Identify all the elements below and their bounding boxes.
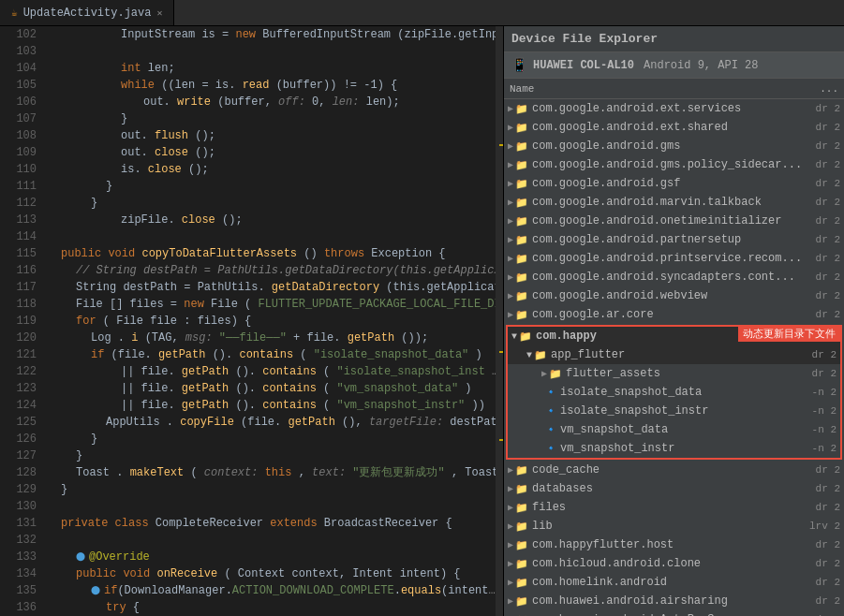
arrow-icon: ▶ <box>508 103 513 114</box>
folder-icon: 📁 <box>515 290 528 302</box>
arrow-icon: ▶ <box>508 464 513 476</box>
file-icon: 🔹 <box>545 405 556 417</box>
list-item[interactable]: ▶ 📁 com.hicloud.android.clone dr 2 <box>504 554 844 573</box>
tab-label: UpdateActivity.java <box>23 7 152 20</box>
arrow-icon: ▶ <box>508 140 513 152</box>
scroll-mark-3 <box>499 439 503 441</box>
folder-icon: 📁 <box>549 368 562 380</box>
file-icon: 🔹 <box>545 424 556 435</box>
code-line-122: 122 || file. getPath (). contains ( "iso… <box>4 363 496 380</box>
file-isolate-snapshot-instr[interactable]: 🔹 isolate_snapshot_instr -n 2 <box>508 402 840 420</box>
folder-icon: 📁 <box>515 197 528 209</box>
file-vm-snapshot-instr[interactable]: 🔹 vm_snapshot_instr -n 2 <box>508 439 840 458</box>
list-item[interactable]: ▶ 📁 lib lrv 2 <box>504 517 844 535</box>
arrow-icon: ▶ <box>508 309 513 320</box>
folder-icon: 📁 <box>515 178 528 190</box>
code-line-106: 106 out. write (buffer, off: 0, len: len… <box>4 94 496 110</box>
code-line-103: 103 <box>4 43 496 60</box>
device-name: HUAWEI COL-AL10 <box>533 59 634 72</box>
arrow-icon: ▶ <box>508 290 513 301</box>
col-name: Name <box>510 83 534 95</box>
code-line-129: 129 } <box>4 481 496 498</box>
col-more[interactable]: ... <box>820 83 838 95</box>
code-line-116: 116 // String destPath = PathUtils.getDa… <box>4 262 496 279</box>
list-item[interactable]: ▶ 📁 com.google.android.ext.shared dr 2 <box>504 118 844 137</box>
code-line-126: 126 } <box>4 431 496 447</box>
code-content: 102 InputStream is = new BufferedInputSt… <box>0 26 496 616</box>
list-item[interactable]: ▶ 📁 com.huawei.android.AutoRegSms dr 2 <box>504 610 844 616</box>
list-item[interactable]: ▶ 📁 com.google.android.gsf dr 2 <box>504 174 844 193</box>
code-line-105: 105 while ((len = is. read (buffer)) != … <box>4 77 496 94</box>
code-line-104: 104 int len; <box>4 60 496 77</box>
highlight-region: 动态更新目录下文件 ▼ 📁 com.happy dr 2 ▼ 📁 app_flu… <box>506 325 842 460</box>
code-line-108: 108 out. flush (); <box>4 127 496 144</box>
code-line-125: 125 AppUtils . copyFile (file. getPath (… <box>4 414 496 431</box>
code-line-115: 115 public void copyToDataFlutterAssets … <box>4 245 496 262</box>
list-item[interactable]: ▶ 📁 databases dr 2 <box>504 479 844 498</box>
list-item[interactable]: ▶ 📁 com.huawei.android.airsharing dr 2 <box>504 592 844 610</box>
code-line-124: 124 || file. getPath (). contains ( "vm_… <box>4 397 496 414</box>
folder-icon: 📁 <box>515 159 528 171</box>
code-line-117: 117 String destPath = PathUtils. getData… <box>4 279 496 296</box>
arrow-icon: ▶ <box>508 159 513 170</box>
main-area: 102 InputStream is = new BufferedInputSt… <box>0 26 844 616</box>
folder-icon: 📁 <box>515 234 528 246</box>
list-item[interactable]: ▶ 📁 code_cache dr 2 <box>504 461 844 479</box>
folder-icon: 📁 <box>515 122 528 134</box>
file-explorer-panel: Device File Explorer 📱 HUAWEI COL-AL10 A… <box>503 26 844 616</box>
folder-icon: 📁 <box>534 349 547 361</box>
file-icon: 🔹 <box>545 387 556 398</box>
code-line-109: 109 out. close (); <box>4 144 496 161</box>
arrow-icon: ▶ <box>508 178 513 189</box>
list-item[interactable]: ▶ 📁 com.google.android.printservice.reco… <box>504 249 844 268</box>
folder-icon: 📁 <box>515 253 528 265</box>
file-explorer-header: Device File Explorer <box>504 26 844 52</box>
list-item[interactable]: ▶ 📁 com.google.android.gms dr 2 <box>504 137 844 155</box>
code-line-121: 121 if (file. getPath (). contains ( "is… <box>4 346 496 363</box>
code-line-133: 133 ⬤ @Override <box>4 549 496 565</box>
code-line-135: 135 ⬤ if ( DownloadManager . ACTION_DOWN… <box>4 582 496 599</box>
arrow-icon: ▶ <box>508 234 513 245</box>
code-area: 102 InputStream is = new BufferedInputSt… <box>0 26 503 616</box>
list-item[interactable]: ▶ 📁 com.happyflutter.host dr 2 <box>504 535 844 554</box>
code-line-119: 119 for ( File file : files) { <box>4 313 496 330</box>
list-item[interactable]: ▶ 📁 com.google.ar.core dr 2 <box>504 305 844 324</box>
arrow-icon: ▶ <box>508 502 513 513</box>
folder-icon: 📁 <box>515 103 528 115</box>
file-isolate-snapshot-data[interactable]: 🔹 isolate_snapshot_data -n 2 <box>508 383 840 402</box>
list-item[interactable]: ▶ 📁 com.google.android.ext.services dr 2 <box>504 99 844 118</box>
folder-icon: 📁 <box>515 595 528 608</box>
code-line-132: 132 <box>4 532 496 549</box>
arrow-icon: ▶ <box>508 215 513 227</box>
list-item[interactable]: ▶ 📁 com.google.android.syncadapters.cont… <box>504 268 844 286</box>
tab-close-button[interactable]: ✕ <box>156 7 162 19</box>
folder-icon: 📁 <box>515 215 528 227</box>
scroll-mark-1 <box>499 144 503 146</box>
folder-icon: 📁 <box>515 309 528 321</box>
file-tree[interactable]: ▶ 📁 com.google.android.ext.services dr 2… <box>504 99 844 616</box>
list-item[interactable]: ▶ 📁 com.google.android.webview dr 2 <box>504 286 844 305</box>
list-item[interactable]: ▶ 📁 com.homelink.android dr 2 <box>504 573 844 592</box>
folder-icon: 📁 <box>515 577 528 589</box>
list-item[interactable]: ▶ 📁 com.google.android.gms.policy_sideca… <box>504 155 844 174</box>
arrow-icon: ▶ <box>508 595 513 607</box>
list-item[interactable]: ▶ 📁 com.google.android.onetimeinitialize… <box>504 212 844 230</box>
folder-app-flutter[interactable]: ▼ 📁 app_flutter dr 2 <box>508 345 840 364</box>
file-vm-snapshot-data[interactable]: 🔹 vm_snapshot_data -n 2 <box>508 420 840 439</box>
folder-flutter-assets[interactable]: ▶ 📁 flutter_assets dr 2 <box>508 364 840 383</box>
code-line-111: 111 } <box>4 178 496 195</box>
list-item[interactable]: ▶ 📁 com.google.android.partnersetup dr 2 <box>504 230 844 249</box>
editor-tab[interactable]: ☕ UpdateActivity.java ✕ <box>0 0 174 25</box>
folder-icon: 📁 <box>515 140 528 153</box>
file-icon: 🔹 <box>545 443 556 454</box>
column-header: Name ... <box>504 79 844 99</box>
arrow-icon: ▶ <box>508 558 513 569</box>
scroll-mark-2 <box>499 351 503 353</box>
editor-scrollbar[interactable] <box>496 26 503 616</box>
list-item[interactable]: ▶ 📁 com.google.android.marvin.talkback d… <box>504 193 844 212</box>
folder-icon: 📁 <box>515 271 528 284</box>
code-line-107: 107 } <box>4 110 496 127</box>
code-line-120: 120 Log . i (TAG, msg: "——file——" + file… <box>4 330 496 346</box>
code-line-136: 136 try { <box>4 599 496 616</box>
list-item[interactable]: ▶ 📁 files dr 2 <box>504 498 844 517</box>
